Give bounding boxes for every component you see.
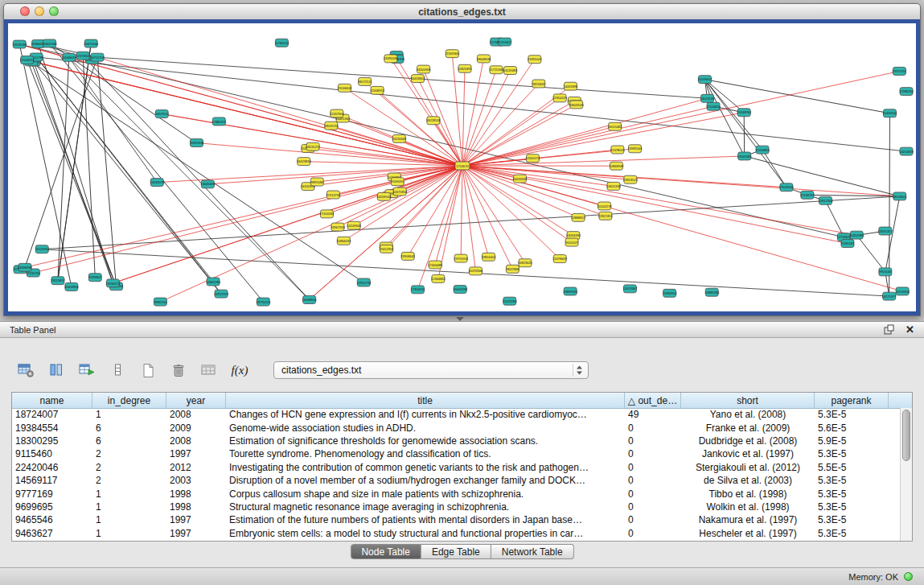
table-row[interactable]: 946362711997Embryonic stem cells: a mode… [12,527,900,540]
graph-node[interactable]: 11378609 [552,255,567,263]
graph-node[interactable]: 20633339 [513,175,528,183]
graph-node[interactable]: 24200969 [417,65,431,73]
graph-node[interactable]: 11357904 [330,109,344,117]
graph-node[interactable]: 10885280 [704,288,719,296]
graph-node[interactable]: 24231669 [392,134,406,142]
table-options-button[interactable] [16,360,35,380]
graph-node[interactable]: 14209508 [377,192,392,200]
graph-node[interactable]: 19412954 [380,245,394,253]
graph-node[interactable]: 23498288 [18,263,32,271]
graph-node[interactable]: 17885375 [211,117,226,126]
table-row[interactable]: 969969511998Structural magnetic resonanc… [12,501,900,513]
graph-node[interactable]: 9457555 [155,110,169,118]
tab-network-table[interactable]: Network Table [491,544,574,559]
graph-node[interactable]: 21253417 [498,38,512,46]
graph-node[interactable]: 10452984 [849,231,864,239]
graph-node[interactable]: 14119483 [503,67,518,75]
graph-node[interactable]: 22888817 [571,213,585,221]
graph-node[interactable]: 12134707 [800,191,815,199]
graph-node[interactable]: 11309300 [446,50,460,58]
column-header-year[interactable]: year [166,393,226,408]
graph-node[interactable]: 9637868 [506,265,519,273]
graph-node[interactable]: 13757379 [214,290,228,298]
graph-node[interactable]: 1724070 [455,162,470,170]
graph-node[interactable]: 13391041 [528,56,542,64]
graph-node[interactable]: 9921146 [879,268,892,276]
graph-node[interactable]: 13194215 [106,279,121,287]
graph-node[interactable]: 14210829 [899,147,914,155]
graph-node[interactable]: 17354524 [411,286,425,294]
graph-node[interactable]: 10864033 [337,237,351,245]
graph-node[interactable]: 14645696 [201,180,216,188]
graph-node[interactable]: 16418602 [411,75,425,83]
graph-node[interactable]: 23115857 [51,277,64,285]
graph-node[interactable]: 11590856 [755,146,770,154]
graph-node[interactable]: 12952733 [356,278,371,286]
table-row[interactable]: 911546021997Tourette syndrome. Phenomeno… [12,447,900,460]
graph-node[interactable]: 20293566 [469,267,483,275]
table-selector-combo[interactable]: citations_edges.txt [273,361,589,379]
graph-node[interactable]: 19139189 [12,40,27,48]
table-row[interactable]: 2242004622012Investigating the contribut… [12,461,900,474]
graph-node[interactable]: 10102278 [598,202,612,210]
graph-node[interactable]: 13967319 [331,223,345,231]
graph-node[interactable]: 18559194 [324,122,339,130]
graph-node[interactable]: 9980704 [154,298,167,306]
graph-node[interactable]: 10533076 [150,179,164,187]
graph-node[interactable]: 15508912 [370,86,384,94]
column-header-in-degree[interactable]: in_degree [92,393,166,408]
graph-node[interactable]: 13423830 [297,158,311,166]
graph-node[interactable]: 12144722 [20,56,35,64]
graph-node[interactable]: 9870843 [532,80,546,88]
graph-node[interactable]: 19707251 [893,67,907,75]
graph-node[interactable]: 12868949 [610,162,624,170]
network-canvas[interactable]: 1004601319139189110276771908277712552789… [8,23,916,311]
table-row[interactable]: 1938455462009Genome-wide association stu… [12,421,900,434]
graph-node[interactable]: 11562072 [526,154,540,163]
minimize-window-button[interactable] [35,6,44,16]
graph-node[interactable]: 20672440 [84,39,98,47]
vertical-scrollbar[interactable] [900,408,912,541]
graph-node[interactable]: 18072511 [358,77,372,85]
import-table-button[interactable] [199,360,219,380]
graph-node[interactable]: 12675854 [392,187,407,196]
graph-node[interactable]: 14021135 [700,94,715,102]
graph-node[interactable]: 19248764 [737,109,751,117]
graph-node[interactable]: 23899183 [563,287,577,295]
graph-node[interactable]: 15378031 [610,146,625,154]
window-titlebar[interactable]: citations_edges.txt [4,4,920,20]
graph-node[interactable]: 14600180 [206,278,220,286]
graph-node[interactable]: 10046013 [62,53,76,61]
graph-node[interactable]: 20430502 [883,109,897,117]
graph-node[interactable]: 14431896 [564,82,578,90]
graph-node[interactable]: 9199807 [88,274,101,282]
graph-node[interactable]: 15982954 [663,289,677,297]
show-columns-button[interactable] [47,360,66,380]
graph-node[interactable]: 16015482 [608,122,622,130]
graph-node[interactable]: 13609549 [569,101,584,109]
table-row[interactable]: 1872400712008Changes of HCN gene express… [12,408,900,421]
graph-node[interactable]: 18228538 [426,117,441,125]
graph-node[interactable]: 13591357 [878,227,893,235]
graph-node[interactable]: 9895080 [310,178,324,186]
graph-node[interactable]: 19757018 [454,254,468,262]
graph-node[interactable]: 23913523 [623,175,638,183]
graph-node[interactable]: 11780252 [275,39,289,47]
column-header-pagerank[interactable]: pagerank [815,393,889,408]
graph-node[interactable]: 15391638 [190,139,204,147]
graph-node[interactable]: 16448900 [302,296,317,304]
graph-node[interactable]: 21147284 [503,297,517,305]
table-row[interactable]: 1830029562008Estimation of significance … [12,435,900,447]
graph-node[interactable]: 17286261 [899,88,914,96]
graph-node[interactable]: 23395580 [384,55,398,63]
graph-node[interactable]: 16823625 [518,259,532,267]
float-panel-button[interactable] [884,324,894,335]
graph-node[interactable]: 22827451 [598,212,613,220]
graph-node[interactable]: 13165285 [737,152,752,160]
tab-node-table[interactable]: Node Table [350,544,421,559]
scrollbar-thumb[interactable] [902,410,910,461]
graph-node[interactable]: 22354229 [552,94,567,102]
graph-node[interactable]: 13622436 [606,182,621,190]
graph-node[interactable]: 24518001 [893,192,907,200]
graph-node[interactable]: 9169091 [391,178,405,186]
